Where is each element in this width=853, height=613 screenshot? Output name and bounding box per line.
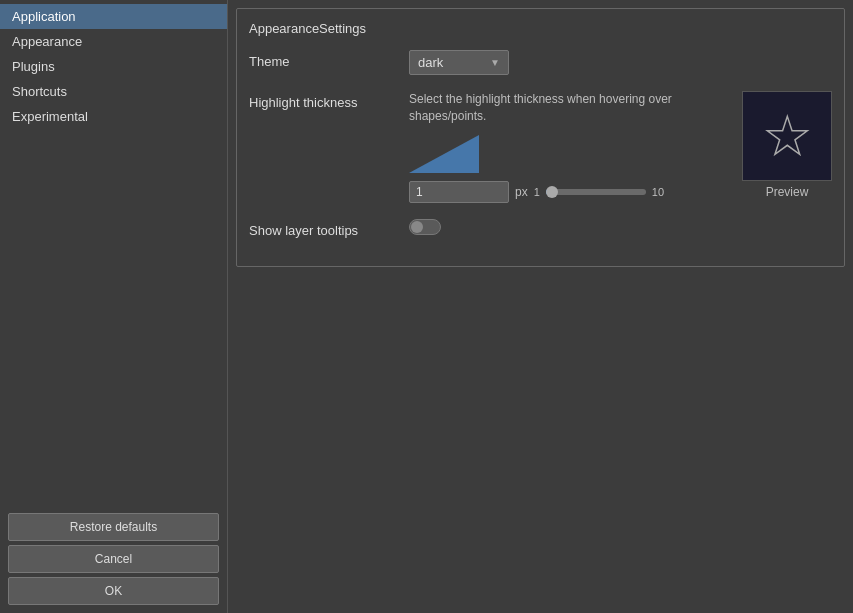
dropdown-arrow-icon: ▼ <box>490 57 500 68</box>
slider-min-label: 1 <box>534 186 540 198</box>
thickness-slider[interactable] <box>546 189 646 195</box>
sidebar-item-appearance[interactable]: Appearance <box>0 29 227 54</box>
settings-panel: AppearanceSettings Theme dark ▼ Highligh… <box>236 8 845 267</box>
px-label: px <box>515 185 528 199</box>
main-content: AppearanceSettings Theme dark ▼ Highligh… <box>228 0 853 613</box>
triangle-svg <box>409 135 479 173</box>
tooltips-setting-row: Show layer tooltips <box>249 219 832 238</box>
highlight-thickness-row: Highlight thickness Select the highlight… <box>249 91 832 203</box>
highlight-thickness-section: Select the highlight thickness when hove… <box>409 91 832 203</box>
slider-row: px 1 10 <box>409 181 730 203</box>
sidebar-item-application[interactable]: Application <box>0 4 227 29</box>
theme-label: Theme <box>249 50 409 69</box>
sidebar-buttons: Restore defaults Cancel OK <box>0 505 227 613</box>
preview-box: ★ <box>742 91 832 181</box>
highlight-left: Select the highlight thickness when hove… <box>409 91 730 203</box>
tooltips-label: Show layer tooltips <box>249 219 409 238</box>
preview-label: Preview <box>766 185 809 199</box>
highlight-description: Select the highlight thickness when hove… <box>409 91 730 125</box>
triangle-preview-area <box>409 135 479 173</box>
highlight-thickness-control: Select the highlight thickness when hove… <box>409 91 832 203</box>
restore-defaults-button[interactable]: Restore defaults <box>8 513 219 541</box>
theme-control: dark ▼ <box>409 50 832 75</box>
sidebar-item-shortcuts-label: Shortcuts <box>12 84 67 99</box>
sidebar: Application Appearance Plugins Shortcuts… <box>0 0 228 613</box>
sidebar-item-plugins[interactable]: Plugins <box>0 54 227 79</box>
preview-container: ★ Preview <box>742 91 832 203</box>
sidebar-items: Application Appearance Plugins Shortcuts… <box>0 0 227 505</box>
tooltips-control <box>409 219 832 238</box>
theme-value: dark <box>418 55 443 70</box>
preview-star-icon: ★ <box>764 110 811 162</box>
sidebar-item-plugins-label: Plugins <box>12 59 55 74</box>
ok-button[interactable]: OK <box>8 577 219 605</box>
sidebar-item-experimental[interactable]: Experimental <box>0 104 227 129</box>
sidebar-item-experimental-label: Experimental <box>12 109 88 124</box>
highlight-value-input[interactable] <box>409 181 509 203</box>
theme-dropdown[interactable]: dark ▼ <box>409 50 509 75</box>
highlight-thickness-label: Highlight thickness <box>249 91 409 110</box>
theme-setting-row: Theme dark ▼ <box>249 50 832 75</box>
panel-title: AppearanceSettings <box>249 21 832 36</box>
cancel-button[interactable]: Cancel <box>8 545 219 573</box>
sidebar-item-shortcuts[interactable]: Shortcuts <box>0 79 227 104</box>
slider-max-label: 10 <box>652 186 664 198</box>
app-container: Application Appearance Plugins Shortcuts… <box>0 0 853 613</box>
svg-marker-0 <box>409 135 479 173</box>
sidebar-item-application-label: Application <box>12 9 76 24</box>
sidebar-item-appearance-label: Appearance <box>12 34 82 49</box>
tooltips-toggle[interactable] <box>409 219 441 235</box>
